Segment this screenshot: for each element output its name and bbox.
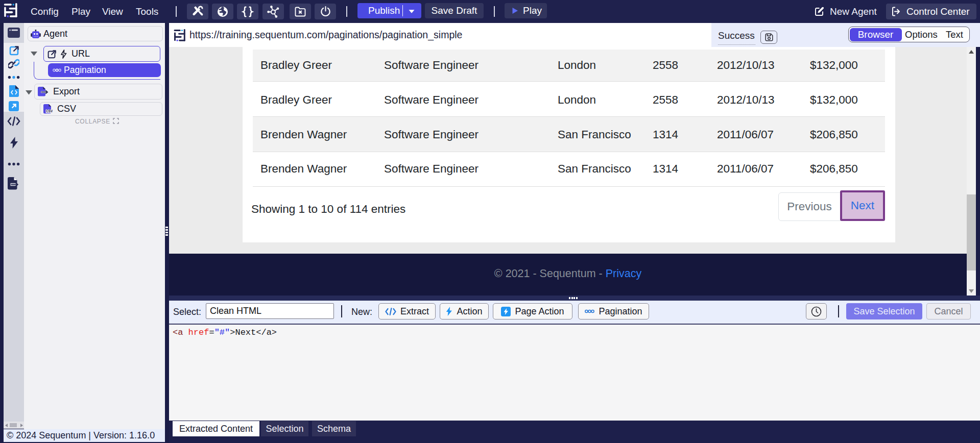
svg-text:CSV: CSV [46, 109, 53, 113]
